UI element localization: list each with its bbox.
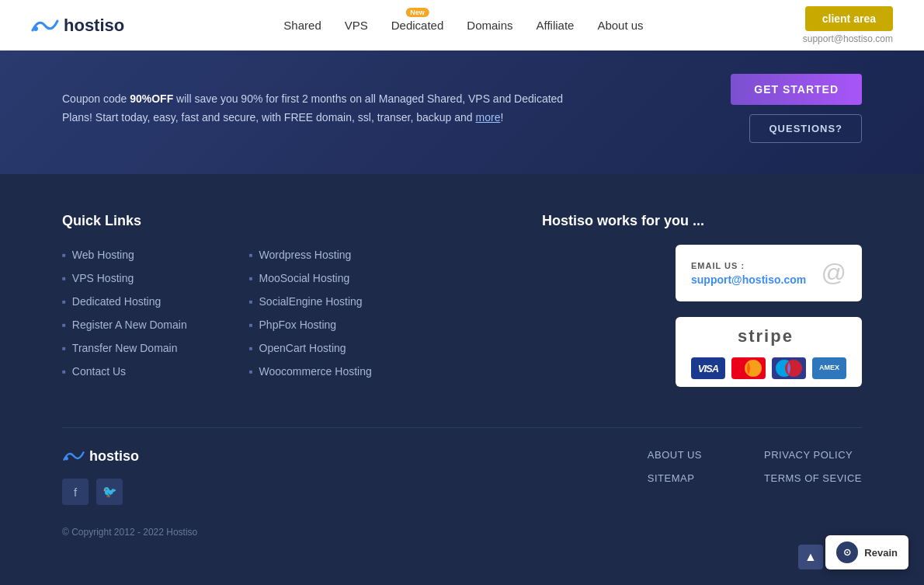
list-item[interactable]: Dedicated Hosting [62,295,187,308]
contact-us-link[interactable]: Contact Us [72,365,126,378]
facebook-icon: f [74,486,77,499]
scroll-top-button[interactable]: ▲ [798,545,823,569]
hero-text: Coupon code 90%OFF will save you 90% for… [62,90,731,127]
nav-link-dedicated[interactable]: Dedicated [391,19,444,32]
footer-logo-row: hostiso [62,447,197,465]
revain-widget[interactable]: ⊙ Revain [825,535,908,569]
phpfox-hosting-link[interactable]: PhpFox Hosting [259,319,337,331]
coupon-end: ! [500,111,503,124]
wordpress-hosting-link[interactable]: Wordpress Hosting [259,249,352,261]
nav-link-affiliate[interactable]: Affiliate [536,19,574,32]
email-card-content: EMAIL US : support@hostiso.com [691,261,806,286]
hero-buttons: GET STARTED QUESTIONS? [731,74,862,143]
list-item[interactable]: TERMS OF SEVICE [764,471,862,485]
list-item[interactable]: SocialEngine Hosting [249,295,372,308]
maestro-icon [772,357,806,379]
moosocial-hosting-link[interactable]: MooSocial Hosting [259,272,350,284]
footer-right: Hostiso works for you ... EMAIL US : sup… [542,213,862,388]
socialengine-hosting-link[interactable]: SocialEngine Hosting [259,295,363,308]
support-email: support@hostiso.com [803,33,893,44]
visa-icon: VISA [691,357,725,379]
twitter-icon: 🐦 [102,485,117,499]
nav-links: Shared VPS New Dedicated Domains Affilia… [283,19,643,33]
questions-button[interactable]: QUESTIONS? [749,114,862,143]
email-us-value: support@hostiso.com [691,273,806,286]
nav-link-vps[interactable]: VPS [345,19,368,32]
footer-bottom-links-col1: ABOUT US SITEMAP [648,447,702,485]
stripe-card: stripe VISA [676,317,862,387]
nav-item-affiliate[interactable]: Affiliate [536,19,574,33]
nav-item-dedicated[interactable]: New Dedicated [391,19,444,33]
navigation: hostiso Shared VPS New Dedicated Domains… [0,0,924,50]
coupon-code: 90%OFF [130,92,173,105]
copyright: © Copyright 2012 - 2022 Hostiso [62,527,197,538]
coupon-more-link[interactable]: more [476,111,501,124]
coupon-text: Coupon code 90%OFF will save you 90% for… [62,90,590,127]
svg-point-0 [33,26,38,31]
list-item[interactable]: PhpFox Hosting [249,319,372,331]
list-item[interactable]: Contact Us [62,365,187,378]
twitter-button[interactable]: 🐦 [96,479,123,505]
svg-point-6 [64,457,68,461]
logo[interactable]: hostiso [31,15,124,37]
logo-icon [31,15,59,37]
footer-top: Quick Links Web Hosting VPS Hosting Dedi… [62,213,862,388]
footer-links-columns: Web Hosting VPS Hosting Dedicated Hostin… [62,249,542,388]
stripe-label: stripe [738,325,800,351]
list-item[interactable]: Web Hosting [62,249,187,261]
footer-logo-icon [62,447,85,465]
nav-link-about[interactable]: About us [597,19,643,32]
list-item[interactable]: OpenCart Hosting [249,342,372,354]
footer-bottom: hostiso f 🐦 © Copyright 2012 - 2022 Host… [62,427,862,538]
footer-links-col1: Web Hosting VPS Hosting Dedicated Hostin… [62,249,187,388]
list-item[interactable]: VPS Hosting [62,272,187,284]
footer-bottom-links-col2: PRIVACY POLICY TERMS OF SEVICE [764,447,862,485]
coupon-prefix: Coupon code [62,92,130,105]
nav-link-domains[interactable]: Domains [467,19,512,32]
nav-right: client area support@hostiso.com [803,6,893,44]
nav-item-about[interactable]: About us [597,19,643,33]
new-badge: New [405,8,429,17]
list-item[interactable]: Register A New Domain [62,319,187,331]
nav-link-shared[interactable]: Shared [283,19,321,32]
stripe-logo-svg: stripe [738,325,800,346]
register-domain-link[interactable]: Register A New Domain [72,319,187,331]
nav-item-shared[interactable]: Shared [283,19,321,33]
client-area-button[interactable]: client area [805,6,893,31]
footer-links-col2: Wordpress Hosting MooSocial Hosting Soci… [249,249,372,388]
nav-item-vps[interactable]: VPS [345,19,368,33]
opencart-hosting-link[interactable]: OpenCart Hosting [259,342,346,354]
terms-link[interactable]: TERMS OF SEVICE [764,472,862,484]
web-hosting-link[interactable]: Web Hosting [72,249,134,261]
list-item[interactable]: Transfer New Domain [62,342,187,354]
dedicated-hosting-link[interactable]: Dedicated Hosting [72,295,161,308]
quick-links-title: Quick Links [62,213,542,229]
footer-logo-text: hostiso [89,448,139,465]
about-us-link[interactable]: ABOUT US [648,449,702,461]
vps-hosting-link[interactable]: VPS Hosting [72,272,134,284]
footer-bottom-left: hostiso f 🐦 © Copyright 2012 - 2022 Host… [62,447,197,538]
woocommerce-hosting-link[interactable]: Woocommerce Hosting [259,365,372,378]
mastercard-icon [731,357,766,379]
nav-item-domains[interactable]: Domains [467,19,512,33]
payment-icons: VISA [691,357,846,379]
facebook-button[interactable]: f [62,479,89,505]
sitemap-link[interactable]: SITEMAP [648,472,695,484]
hostiso-works-title: Hostiso works for you ... [542,213,704,229]
amex-icon: AMEX [812,357,846,379]
list-item[interactable]: SITEMAP [648,471,702,485]
revain-icon: ⊙ [836,541,858,563]
svg-text:stripe: stripe [738,326,794,346]
transfer-domain-link[interactable]: Transfer New Domain [72,342,178,354]
list-item[interactable]: Wordpress Hosting [249,249,372,261]
list-item[interactable]: PRIVACY POLICY [764,447,862,461]
footer-social: f 🐦 [62,479,197,505]
list-item[interactable]: MooSocial Hosting [249,272,372,284]
list-item[interactable]: ABOUT US [648,447,702,461]
list-item[interactable]: Woocommerce Hosting [249,365,372,378]
get-started-button[interactable]: GET STARTED [731,74,862,105]
email-card: EMAIL US : support@hostiso.com @ [676,245,862,301]
footer-bottom-right: ABOUT US SITEMAP PRIVACY POLICY TERMS OF… [648,447,862,485]
privacy-policy-link[interactable]: PRIVACY POLICY [764,449,853,461]
email-us-label: EMAIL US : [691,261,806,270]
